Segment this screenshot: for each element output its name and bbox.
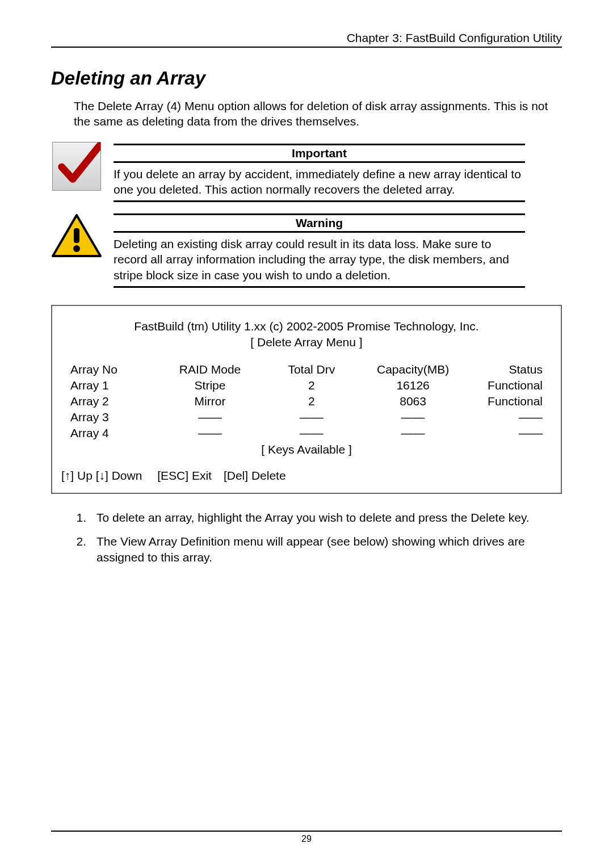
svg-rect-1 bbox=[74, 228, 79, 243]
col-raid-mode: RAID Mode bbox=[160, 362, 261, 377]
table-row: Array 3 —— —— —— —— bbox=[53, 410, 560, 425]
checkmark-icon bbox=[51, 144, 102, 189]
bios-title-line1: FastBuild (tm) Utility 1.xx (c) 2002-200… bbox=[52, 318, 561, 334]
bios-title-line2: [ Delete Array Menu ] bbox=[52, 334, 561, 350]
list-item: 2. The View Array Definition menu will a… bbox=[74, 534, 545, 566]
bios-keys-title: [ Keys Available ] bbox=[52, 443, 561, 456]
page-header: Chapter 3: FastBuild Configuration Utili… bbox=[51, 31, 562, 48]
important-text: If you delete an array by accident, imme… bbox=[114, 166, 525, 203]
warning-text: Deleting an existing disk array could re… bbox=[114, 236, 525, 288]
table-header-row: Array No RAID Mode Total Drv Capacity(MB… bbox=[53, 362, 560, 377]
warning-icon bbox=[51, 213, 102, 259]
chapter-title: Chapter 3: FastBuild Configuration Utili… bbox=[347, 31, 562, 45]
callout-important: Important If you delete an array by acci… bbox=[51, 144, 562, 203]
callout-warning: Warning Deleting an existing disk array … bbox=[51, 213, 562, 288]
step-text: The View Array Definition menu will appe… bbox=[96, 534, 545, 566]
bios-screen: FastBuild (tm) Utility 1.xx (c) 2002-200… bbox=[51, 305, 562, 494]
intro-paragraph: The Delete Array (4) Menu option allows … bbox=[74, 98, 562, 129]
warning-title: Warning bbox=[114, 213, 525, 233]
page-footer: 29 bbox=[51, 831, 562, 844]
svg-point-2 bbox=[73, 245, 80, 252]
step-number: 1. bbox=[74, 510, 86, 526]
col-total-drv: Total Drv bbox=[261, 362, 362, 377]
table-row: Array 4 —— —— —— —— bbox=[53, 426, 560, 441]
instruction-list: 1. To delete an array, highlight the Arr… bbox=[74, 510, 562, 566]
section-title: Deleting an Array bbox=[51, 68, 562, 89]
step-number: 2. bbox=[74, 534, 86, 566]
list-item: 1. To delete an array, highlight the Arr… bbox=[74, 510, 545, 526]
bios-array-table: Array No RAID Mode Total Drv Capacity(MB… bbox=[52, 361, 561, 442]
bios-keys-hint: [↑] Up [↓] Down [ESC] Exit [Del] Delete bbox=[52, 456, 561, 483]
col-capacity: Capacity(MB) bbox=[363, 362, 463, 377]
step-text: To delete an array, highlight the Array … bbox=[96, 510, 545, 526]
page-number: 29 bbox=[301, 834, 312, 844]
table-row: Array 1 Stripe 2 16126 Functional bbox=[53, 378, 560, 393]
col-array-no: Array No bbox=[53, 362, 159, 377]
table-row: Array 2 Mirror 2 8063 Functional bbox=[53, 394, 560, 409]
important-title: Important bbox=[114, 144, 525, 163]
col-status: Status bbox=[464, 362, 560, 377]
